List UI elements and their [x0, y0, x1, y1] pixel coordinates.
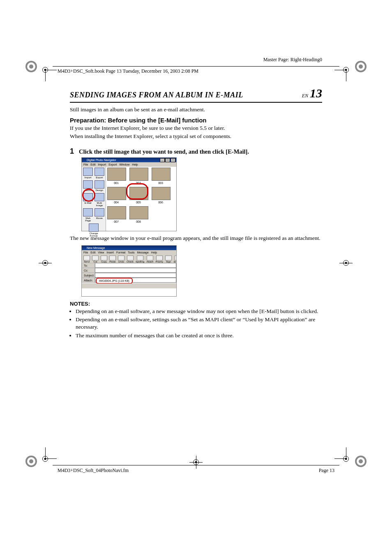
thumbnail-item: 005: [129, 187, 148, 204]
menu-item: Export: [108, 163, 117, 166]
formatting-toolbar: [82, 283, 176, 288]
note-item: Depending on an e-mail software, setting…: [76, 316, 322, 331]
crop-mark-icon: [341, 454, 351, 464]
thumbnail-item: 007: [107, 206, 125, 223]
sidebar-item-import: Import: [83, 168, 93, 179]
crop-mark-icon: [341, 258, 351, 268]
top-rule: [53, 66, 339, 67]
thumbnail-image: [107, 187, 126, 200]
thumbnail-image: [129, 187, 148, 200]
toolbar-cut: Cut: [92, 256, 99, 264]
sidebar-item-export: Export: [94, 168, 105, 179]
note-item: The maximum number of messages that can …: [76, 332, 322, 339]
bottom-rule: [53, 465, 339, 465]
export-icon: [95, 168, 104, 176]
reg-mark-icon: [355, 61, 367, 72]
encrypt-icon: [175, 256, 176, 260]
thumbnail-image: [107, 168, 126, 181]
cut-icon: [92, 256, 99, 260]
crop-mark-icon: [191, 457, 201, 467]
sidebar-item-label: Album: [85, 189, 92, 191]
menu-item: File: [83, 163, 88, 166]
sidebar-item-email: E-Mail: [83, 193, 93, 204]
toolbar-send: Send: [83, 256, 90, 264]
reg-mark-icon: [25, 456, 37, 467]
menu-item: Help: [132, 163, 138, 166]
thumbnail-image: [129, 168, 148, 181]
book-header: M4D3+DSC_Soft.book Page 13 Tuesday, Dece…: [58, 68, 334, 74]
field-cc-input: [95, 268, 176, 273]
after-step1-text: The new message window in your e-mail pr…: [70, 235, 322, 242]
thumbnail-item: 008: [129, 206, 148, 223]
preparation-line1: If you use the Internet Explorer, be sur…: [70, 124, 322, 132]
master-page-label: Master Page: Right-Heading0: [263, 57, 322, 63]
step-text: Click the still image that you want to s…: [79, 148, 249, 155]
thumbnail-label: 008: [129, 220, 148, 223]
sidebar-item-album: Album: [83, 180, 93, 191]
menu-item: Edit: [90, 163, 95, 166]
menu-item: Tools: [128, 251, 134, 254]
toolbar-encrypt: Encrypt: [174, 256, 176, 264]
thumbnail-item: 004: [107, 187, 125, 204]
thumbnail-label: 003: [152, 182, 170, 184]
multi-image-icon: [95, 193, 104, 201]
crop-mark-icon: [40, 454, 50, 464]
menu-item: Insert: [106, 251, 114, 254]
page-root: Master Page: Right-Heading0 M4D3+DSC_Sof…: [0, 0, 392, 555]
sidebar-item-webpage: Web Page: [83, 208, 93, 222]
field-to-input: [95, 263, 176, 268]
attach-icon: [147, 256, 153, 260]
toolbar-copy: Copy: [101, 256, 107, 264]
menu-item: Message: [137, 251, 148, 254]
movie-icon: [95, 208, 104, 216]
content-column: SENDING IMAGES FROM AN ALBUM IN E-MAIL E…: [70, 86, 322, 340]
thumbnail-image: [152, 187, 171, 200]
reg-mark-icon: [25, 61, 37, 72]
paste-icon: [109, 256, 116, 260]
priority-icon: [156, 256, 163, 260]
field-to-label: To:: [82, 263, 95, 268]
toolbar-spelling: Spelling: [136, 256, 144, 264]
toolbar-attach: Attach: [146, 256, 153, 264]
spelling-icon: [137, 256, 143, 260]
sidebar-item-label: Multi Image: [96, 202, 103, 207]
send-icon: [83, 256, 90, 260]
message-body-area: [82, 288, 176, 296]
thumbnail-image: [152, 168, 171, 181]
toolbar-priority: Priority: [155, 256, 163, 264]
thumbnail-label: 002: [129, 182, 148, 184]
sidebar-item-label: E-Mail: [85, 202, 92, 204]
bottom-info: M4D3+DSC_Soft_04PhotoNavi.fm Page 13: [58, 467, 334, 474]
menu-bar: File Edit Import Export Window Help: [82, 162, 176, 167]
sidebar-item-label: Change Format: [89, 232, 98, 237]
toolbar-paste: Paste: [109, 256, 116, 264]
footer-filename: M4D3+DSC_Soft_04PhotoNavi.fm: [58, 467, 129, 474]
toolbar-sign: Sign: [165, 256, 172, 264]
thumbnail-label: 006: [152, 201, 170, 204]
thumbnail-label: 004: [107, 201, 125, 204]
import-icon: [83, 168, 93, 176]
menu-item: View: [98, 251, 104, 254]
thumbnail-item: 006: [152, 187, 170, 204]
thumbnail-label: 007: [107, 220, 125, 223]
window-title: New Message: [82, 246, 176, 250]
change-format-icon: [89, 223, 99, 232]
design-icon: [95, 180, 104, 189]
menu-bar: File Edit View Insert Format Tools Messa…: [82, 250, 176, 255]
field-subject-input: [95, 273, 176, 278]
album-icon: [83, 180, 93, 189]
title-row: SENDING IMAGES FROM AN ALBUM IN E-MAIL E…: [70, 86, 322, 103]
step-number: 1: [70, 147, 74, 156]
thumbnail-item: 001: [107, 168, 125, 184]
highlight-attachment: IMG0004.JPG (118 KB): [96, 278, 133, 284]
sidebar-item-label: Design: [95, 189, 103, 191]
note-item: Depending on an e-mail software, a new m…: [76, 308, 322, 315]
thumbnail-grid: 001 002 003 004 005 006 007 008: [107, 168, 175, 230]
sidebar-item-design: Design: [94, 180, 105, 191]
step-1: 1 Click the still image that you want to…: [70, 147, 322, 156]
footer-page: Page 13: [319, 467, 334, 474]
undo-icon: [118, 256, 125, 260]
sign-icon: [165, 256, 172, 260]
menu-item: Format: [116, 251, 125, 254]
thumbnail-label: 005: [129, 201, 148, 204]
